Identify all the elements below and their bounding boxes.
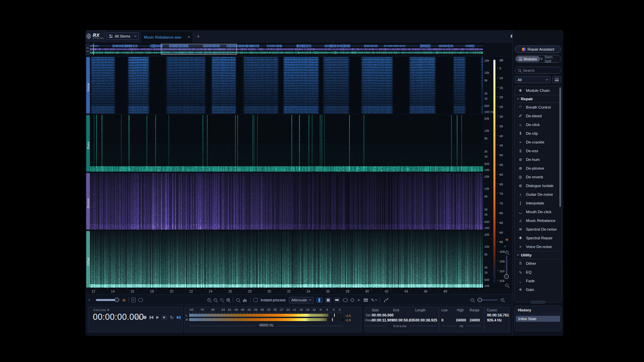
module-item-de-reverb[interactable]: ◎De-reverb (515, 173, 561, 181)
stem-label-other[interactable]: Other (86, 231, 90, 288)
new-tab-button[interactable]: + (197, 34, 200, 39)
section-header-repair[interactable]: Repair (515, 95, 561, 103)
waveform-blend-icon[interactable] (89, 297, 93, 303)
low-value[interactable]: 0 (441, 318, 443, 322)
module-item-dialogue-isolate[interactable]: ⊜Dialogue Isolate (515, 181, 561, 190)
zoom-in-icon[interactable]: + (207, 298, 211, 302)
go-to-start-button[interactable] (150, 316, 153, 319)
module-item-breath-control[interactable]: ◠Breath Control (515, 103, 561, 112)
comment-icon[interactable] (138, 298, 143, 302)
connect-points-icon[interactable] (383, 298, 388, 302)
zoom-out-vertical-icon[interactable]: − (504, 282, 509, 288)
spectrogram-drums[interactable] (90, 173, 483, 230)
module-item-spectral-repair[interactable]: ✚Spectral Repair (515, 234, 561, 242)
spectrogram-voice[interactable] (90, 57, 483, 114)
repair-assistant-button[interactable]: Repair Assistant (515, 46, 561, 53)
zoom-selection-icon[interactable]: + (220, 298, 223, 302)
module-item-de-hum[interactable]: ⊘De-hum (515, 155, 561, 164)
view-end-value[interactable]: 00:00:50.835 (393, 318, 415, 322)
module-list-scrollbar[interactable] (559, 87, 561, 207)
lasso-tool[interactable] (343, 298, 348, 302)
timeline-ruler[interactable]: 12141618202224262830323436384042444648 s… (86, 288, 563, 294)
module-filter-dropdown[interactable]: All (515, 76, 550, 83)
clipboard-icon[interactable]: ≡ (131, 298, 136, 302)
frequency-selection-tool[interactable] (334, 298, 340, 303)
module-item-fade[interactable]: ◟Fade (515, 277, 561, 285)
time-format-dropdown[interactable]: h:m:s.ms ▼ (94, 308, 110, 312)
brush-tool[interactable]: ✎ (371, 298, 377, 302)
timeline-label: 38 (345, 290, 349, 293)
zoom-in-vertical-icon[interactable]: + (504, 249, 509, 255)
play-from-selection-button[interactable] (177, 316, 180, 319)
record-button[interactable] (143, 316, 147, 319)
section-header-utility[interactable]: Utility (515, 251, 561, 259)
module-item-module-chain[interactable]: ❖Module Chain (515, 86, 561, 95)
view-start-value[interactable]: 00:00:11.909 (372, 318, 393, 322)
module-item-de-bleed[interactable]: ✐De-bleed (515, 112, 561, 120)
spectrogram-other[interactable] (90, 231, 483, 288)
module-item-mouth-de-click[interactable]: ◡Mouth De-click (515, 207, 561, 216)
spectrogram-blend-icon[interactable]: ≋ (122, 298, 126, 303)
dialogue-isolate-icon: ⊜ (518, 183, 523, 188)
time-selection-tool[interactable] (317, 298, 322, 303)
wedge-tool[interactable] (350, 298, 355, 302)
vertical-zoom-knob[interactable] (504, 274, 509, 279)
cursor-freq-value: 926.4 Hz (487, 318, 502, 322)
module-item-de-ess[interactable]: §De-ess (515, 146, 561, 155)
time-frequency-selection-tool[interactable] (325, 298, 331, 303)
magic-wand-tool[interactable]: ✧ (357, 298, 361, 302)
grab-tool-icon[interactable] (243, 298, 247, 302)
overview-resize-handle[interactable] (86, 44, 90, 55)
tab-music-rebalance[interactable]: Music Rebalance.wav × (141, 32, 193, 42)
harmonics-tool[interactable] (364, 299, 368, 302)
play-selection-button[interactable] (162, 315, 167, 319)
module-item-spectral-de-noise[interactable]: ≋Spectral De-noise (515, 225, 561, 234)
play-button[interactable] (156, 316, 159, 319)
panel-resize-handle[interactable] (531, 301, 545, 303)
high-value[interactable]: 24000 (456, 318, 466, 322)
spectrogram-view-icon[interactable]: ≋ (504, 237, 509, 242)
waveform-overview[interactable] (86, 43, 563, 56)
tab-stem-split[interactable]: ⋔ Stem Split (540, 55, 560, 63)
module-search-input[interactable]: Search (515, 67, 561, 74)
instant-process-checkbox[interactable] (254, 298, 258, 302)
stem-label-voice[interactable]: Voice (86, 57, 90, 114)
waveform-view-icon[interactable] (504, 243, 509, 249)
stem-label-bass[interactable]: Bass (86, 115, 90, 172)
overview-canvas[interactable] (90, 44, 483, 55)
stem-label-drums[interactable]: Drums (86, 173, 90, 230)
stems-dropdown[interactable]: All Stems (106, 33, 139, 40)
sel-start-value[interactable]: 00:00:00.000 (372, 313, 393, 317)
de-plosive-icon: ⊛ (518, 166, 523, 171)
module-item-de-plosive[interactable]: ⊛De-plosive (515, 164, 561, 173)
timeline-zoom-slider[interactable] (477, 299, 498, 301)
zoom-reset-icon[interactable]: @ (226, 298, 230, 302)
spectrogram-colorbar[interactable] (493, 60, 495, 283)
history-item[interactable]: Initial State (516, 316, 560, 322)
zoom-out-icon[interactable]: − (214, 298, 217, 302)
module-item-eq[interactable]: ∿EQ (515, 268, 561, 277)
module-item-de-click[interactable]: ☼De-click (515, 120, 561, 129)
magnify-tool-icon[interactable] (236, 298, 239, 302)
process-mode-dropdown[interactable]: Attenuate (289, 297, 314, 303)
timeline-zoom-in-icon[interactable]: + (501, 298, 504, 302)
tab-modules[interactable]: Modules (516, 56, 540, 62)
spectrogram-bass[interactable] (90, 115, 483, 172)
module-item-music-rebalance[interactable]: ♫Music Rebalance (515, 216, 561, 225)
db-tick (497, 135, 498, 136)
view-length-value[interactable]: 00:00:38.925 (415, 318, 437, 322)
module-item-de-clip[interactable]: ⅡDe-clip (515, 129, 561, 138)
module-item-voice-de-noise[interactable]: ≈Voice De-noise (515, 242, 561, 251)
module-item-de-crackle[interactable]: ⌁De-crackle (515, 138, 561, 146)
timeline-zoom-out-icon[interactable]: − (471, 298, 474, 302)
module-item-guitar-de-noise[interactable]: ♪Guitar De-noise (515, 190, 561, 199)
module-item-interpolate[interactable]: ∫Interpolate (515, 199, 561, 207)
module-item-dither[interactable]: ⠿Dither (515, 259, 561, 268)
loop-playback-button[interactable]: ↻ (170, 315, 174, 320)
monitor-headphones-icon[interactable] (135, 315, 140, 320)
range-value[interactable]: 24000 (470, 318, 480, 322)
wave-spectro-blend-slider[interactable] (96, 299, 119, 301)
tab-close-icon[interactable]: × (187, 35, 190, 40)
module-list-menu-button[interactable] (552, 76, 561, 83)
module-item-gain[interactable]: ✛Gain (515, 285, 561, 294)
